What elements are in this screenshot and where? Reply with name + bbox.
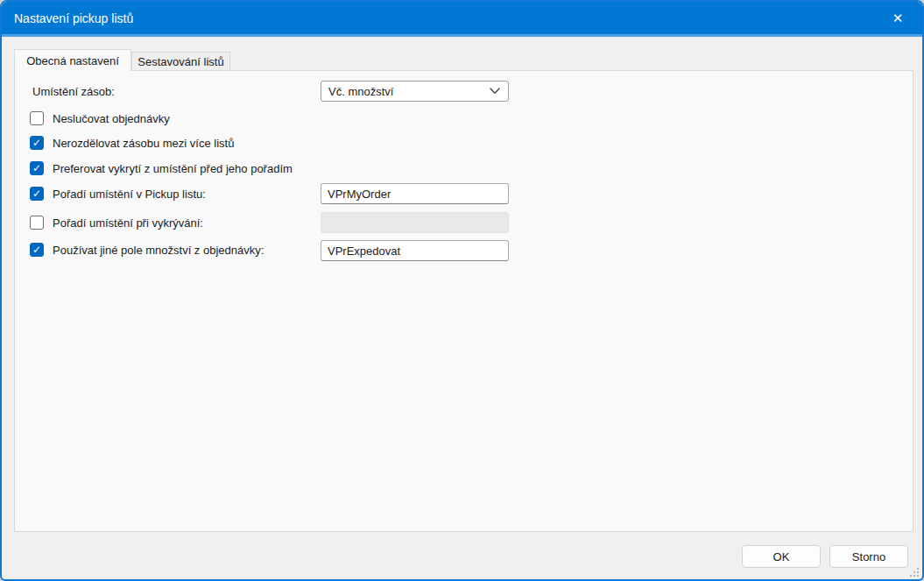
settings-dialog: Nastavení pickup listů ✕ Obecná nastaven… xyxy=(0,0,924,581)
fulfillment-order-label: Pořadí umístění při vykrývání: xyxy=(53,216,203,230)
ok-button-label: OK xyxy=(773,550,790,563)
titlebar-accent-line xyxy=(2,34,922,37)
general-settings-panel: Umístění zásob: Vč. množství Neslučovat … xyxy=(14,70,913,532)
prefer-location-fulfillment-label: Preferovat vykrytí z umístění před jeho … xyxy=(53,161,293,175)
stock-location-dropdown[interactable]: Vč. množství xyxy=(321,81,509,102)
stock-location-label: Umístění zásob: xyxy=(32,81,115,102)
checkbox-prefer-location-fulfillment[interactable]: ✓ xyxy=(30,161,44,175)
window-title: Nastavení pickup listů xyxy=(14,11,133,25)
tab-label: Sestavování listů xyxy=(138,55,223,68)
tab-general-settings[interactable]: Obecná nastavení xyxy=(14,49,131,71)
dropdown-selected-value: Vč. množství xyxy=(328,85,393,98)
ok-button[interactable]: OK xyxy=(742,545,821,568)
checkmark-icon: ✓ xyxy=(32,138,41,148)
titlebar[interactable]: Nastavení pickup listů xyxy=(2,2,922,34)
pickup-list-order-input[interactable] xyxy=(321,183,509,204)
checkbox-no-split-stock[interactable]: ✓ xyxy=(30,136,44,150)
checkmark-icon: ✓ xyxy=(32,244,41,255)
no-split-stock-label: Nerozdělovat zásobu mezi více listů xyxy=(53,136,234,150)
checkbox-pickup-list-order[interactable]: ✓ xyxy=(30,187,44,201)
checkbox-alt-quantity-field[interactable]: ✓ xyxy=(30,243,44,257)
close-icon: ✕ xyxy=(892,11,904,26)
tab-list-assembly[interactable]: Sestavování listů xyxy=(131,52,230,71)
alt-quantity-field-label: Používat jiné pole množství z objednávky… xyxy=(53,243,264,257)
pickup-list-order-label: Pořadí umístění v Pickup listu: xyxy=(53,187,206,201)
cancel-button[interactable]: Storno xyxy=(829,545,908,568)
no-merge-orders-label: Neslučovat objednávky xyxy=(53,111,170,125)
fulfillment-order-input xyxy=(321,212,509,233)
checkmark-icon: ✓ xyxy=(32,163,41,174)
checkbox-no-merge-orders[interactable] xyxy=(30,111,44,125)
cancel-button-label: Storno xyxy=(852,550,885,563)
checkbox-fulfillment-order[interactable] xyxy=(30,216,44,230)
resize-grip-icon[interactable] xyxy=(908,565,920,577)
alt-quantity-field-input[interactable] xyxy=(321,240,509,261)
chevron-down-icon xyxy=(490,88,500,95)
close-button[interactable]: ✕ xyxy=(880,5,915,31)
tab-label: Obecná nastavení xyxy=(26,54,119,67)
checkmark-icon: ✓ xyxy=(32,188,41,199)
